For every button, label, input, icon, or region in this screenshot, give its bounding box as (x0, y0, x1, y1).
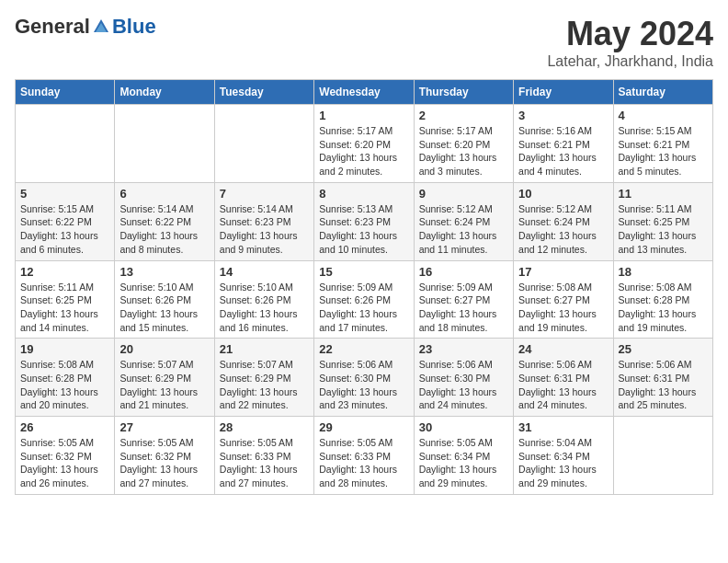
day-info: Sunrise: 5:06 AMSunset: 6:30 PMDaylight:… (319, 358, 408, 412)
week-row-1: 1Sunrise: 5:17 AMSunset: 6:20 PMDaylight… (16, 105, 713, 183)
day-number: 25 (619, 342, 708, 356)
week-row-4: 19Sunrise: 5:08 AMSunset: 6:28 PMDayligh… (16, 339, 713, 417)
weekday-header-saturday: Saturday (613, 80, 712, 105)
day-number: 26 (20, 420, 109, 434)
day-info: Sunrise: 5:05 AMSunset: 6:32 PMDaylight:… (119, 436, 209, 490)
calendar-cell: 20Sunrise: 5:07 AMSunset: 6:29 PMDayligh… (115, 339, 214, 417)
day-info: Sunrise: 5:13 AMSunset: 6:23 PMDaylight:… (319, 202, 408, 257)
day-number: 22 (319, 342, 408, 356)
calendar-cell: 6Sunrise: 5:14 AMSunset: 6:22 PMDaylight… (115, 182, 214, 260)
logo-general-text: General (15, 15, 90, 39)
calendar-cell: 10Sunrise: 5:12 AMSunset: 6:24 PMDayligh… (514, 182, 613, 260)
calendar-table: SundayMondayTuesdayWednesdayThursdayFrid… (15, 79, 713, 495)
day-number: 29 (319, 420, 408, 434)
day-info: Sunrise: 5:06 AMSunset: 6:31 PMDaylight:… (619, 358, 708, 412)
day-number: 23 (419, 342, 508, 356)
calendar-cell: 18Sunrise: 5:08 AMSunset: 6:28 PMDayligh… (613, 260, 712, 339)
day-number: 13 (119, 265, 209, 279)
day-number: 3 (518, 109, 608, 122)
day-number: 27 (119, 420, 209, 434)
day-info: Sunrise: 5:05 AMSunset: 6:33 PMDaylight:… (319, 436, 408, 490)
calendar-cell: 19Sunrise: 5:08 AMSunset: 6:28 PMDayligh… (16, 339, 115, 417)
day-info: Sunrise: 5:12 AMSunset: 6:24 PMDaylight:… (419, 202, 508, 257)
calendar-cell: 21Sunrise: 5:07 AMSunset: 6:29 PMDayligh… (214, 339, 313, 417)
weekday-header-monday: Monday (115, 80, 214, 105)
calendar-cell: 24Sunrise: 5:06 AMSunset: 6:31 PMDayligh… (514, 339, 613, 417)
day-info: Sunrise: 5:05 AMSunset: 6:34 PMDaylight:… (419, 436, 508, 490)
day-number: 17 (518, 265, 608, 279)
calendar-cell (16, 105, 115, 183)
calendar-cell: 4Sunrise: 5:15 AMSunset: 6:21 PMDaylight… (613, 105, 712, 183)
day-number: 31 (518, 420, 608, 434)
day-number: 6 (119, 187, 209, 201)
day-info: Sunrise: 5:16 AMSunset: 6:21 PMDaylight:… (518, 124, 608, 178)
week-row-3: 12Sunrise: 5:11 AMSunset: 6:25 PMDayligh… (16, 260, 713, 339)
weekday-header-sunday: Sunday (16, 80, 115, 105)
calendar-cell: 9Sunrise: 5:12 AMSunset: 6:24 PMDaylight… (414, 182, 513, 260)
calendar-cell: 13Sunrise: 5:10 AMSunset: 6:26 PMDayligh… (115, 260, 214, 339)
calendar-cell: 31Sunrise: 5:04 AMSunset: 6:34 PMDayligh… (514, 417, 613, 495)
day-number: 20 (119, 342, 209, 356)
day-number: 28 (220, 420, 309, 434)
calendar-cell: 14Sunrise: 5:10 AMSunset: 6:26 PMDayligh… (214, 260, 313, 339)
day-number: 11 (619, 187, 708, 201)
day-number: 7 (220, 187, 309, 201)
day-info: Sunrise: 5:04 AMSunset: 6:34 PMDaylight:… (518, 436, 608, 490)
day-number: 5 (20, 187, 109, 201)
day-info: Sunrise: 5:10 AMSunset: 6:26 PMDaylight:… (119, 281, 209, 335)
calendar-cell: 28Sunrise: 5:05 AMSunset: 6:33 PMDayligh… (214, 417, 313, 495)
day-info: Sunrise: 5:08 AMSunset: 6:28 PMDaylight:… (619, 281, 708, 335)
calendar-cell: 12Sunrise: 5:11 AMSunset: 6:25 PMDayligh… (16, 260, 115, 339)
day-info: Sunrise: 5:06 AMSunset: 6:31 PMDaylight:… (518, 358, 608, 412)
day-number: 10 (518, 187, 608, 201)
day-number: 1 (319, 109, 408, 122)
day-info: Sunrise: 5:09 AMSunset: 6:26 PMDaylight:… (319, 281, 408, 335)
day-number: 8 (319, 187, 408, 201)
calendar-cell: 7Sunrise: 5:14 AMSunset: 6:23 PMDaylight… (214, 182, 313, 260)
day-info: Sunrise: 5:15 AMSunset: 6:22 PMDaylight:… (20, 202, 109, 257)
logo-blue-text: Blue (112, 15, 156, 39)
weekday-header-tuesday: Tuesday (214, 80, 313, 105)
calendar-cell: 16Sunrise: 5:09 AMSunset: 6:27 PMDayligh… (414, 260, 513, 339)
calendar-cell: 26Sunrise: 5:05 AMSunset: 6:32 PMDayligh… (16, 417, 115, 495)
day-number: 9 (419, 187, 508, 201)
weekday-header-row: SundayMondayTuesdayWednesdayThursdayFrid… (16, 80, 713, 105)
day-info: Sunrise: 5:14 AMSunset: 6:22 PMDaylight:… (119, 202, 209, 257)
day-info: Sunrise: 5:11 AMSunset: 6:25 PMDaylight:… (20, 281, 109, 335)
day-info: Sunrise: 5:06 AMSunset: 6:30 PMDaylight:… (419, 358, 508, 412)
day-info: Sunrise: 5:09 AMSunset: 6:27 PMDaylight:… (419, 281, 508, 335)
day-info: Sunrise: 5:14 AMSunset: 6:23 PMDaylight:… (220, 202, 309, 257)
logo-icon (92, 17, 110, 36)
day-number: 30 (419, 420, 508, 434)
day-number: 24 (518, 342, 608, 356)
calendar-cell (115, 105, 214, 183)
week-row-5: 26Sunrise: 5:05 AMSunset: 6:32 PMDayligh… (16, 417, 713, 495)
calendar-cell: 30Sunrise: 5:05 AMSunset: 6:34 PMDayligh… (414, 417, 513, 495)
day-info: Sunrise: 5:05 AMSunset: 6:33 PMDaylight:… (220, 436, 309, 490)
page-header: General Blue May 2024 Latehar, Jharkhand… (15, 15, 713, 70)
calendar-cell (214, 105, 313, 183)
day-number: 18 (619, 265, 708, 279)
calendar-cell (613, 417, 712, 495)
day-number: 15 (319, 265, 408, 279)
day-info: Sunrise: 5:11 AMSunset: 6:25 PMDaylight:… (619, 202, 708, 257)
day-number: 14 (220, 265, 309, 279)
day-info: Sunrise: 5:12 AMSunset: 6:24 PMDaylight:… (518, 202, 608, 257)
day-info: Sunrise: 5:08 AMSunset: 6:27 PMDaylight:… (518, 281, 608, 335)
day-number: 2 (419, 109, 508, 122)
calendar-cell: 17Sunrise: 5:08 AMSunset: 6:27 PMDayligh… (514, 260, 613, 339)
calendar-cell: 22Sunrise: 5:06 AMSunset: 6:30 PMDayligh… (314, 339, 414, 417)
day-number: 16 (419, 265, 508, 279)
day-number: 4 (619, 109, 708, 122)
day-number: 19 (20, 342, 109, 356)
calendar-cell: 11Sunrise: 5:11 AMSunset: 6:25 PMDayligh… (613, 182, 712, 260)
calendar-cell: 1Sunrise: 5:17 AMSunset: 6:20 PMDaylight… (314, 105, 414, 183)
day-number: 12 (20, 265, 109, 279)
day-info: Sunrise: 5:07 AMSunset: 6:29 PMDaylight:… (119, 358, 209, 412)
location-text: Latehar, Jharkhand, India (547, 53, 713, 70)
logo: General Blue (15, 15, 156, 39)
calendar-cell: 25Sunrise: 5:06 AMSunset: 6:31 PMDayligh… (613, 339, 712, 417)
calendar-cell: 27Sunrise: 5:05 AMSunset: 6:32 PMDayligh… (115, 417, 214, 495)
month-year-title: May 2024 (547, 15, 713, 53)
weekday-header-friday: Friday (514, 80, 613, 105)
